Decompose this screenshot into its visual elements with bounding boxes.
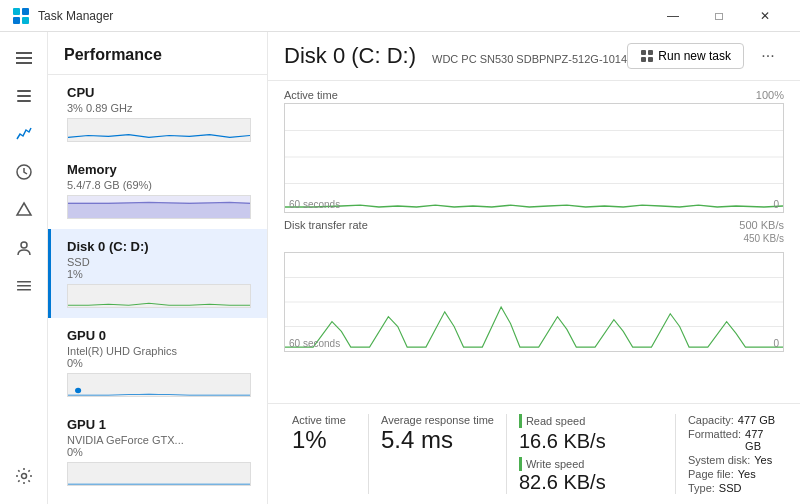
transfer-rate-section: Disk transfer rate 500 KB/s 450 KB/s 60 …: [284, 219, 784, 352]
bottom-stats: Active time 1% Average response time 5.4…: [268, 403, 800, 504]
transfer-rate-chart: 60 seconds 0: [284, 252, 784, 352]
svg-point-13: [21, 474, 26, 479]
nav-settings[interactable]: [6, 458, 42, 494]
window-title: Task Manager: [38, 9, 650, 23]
transfer-time-label: 60 seconds: [289, 338, 340, 349]
gpu0-sub: Intel(R) UHD Graphics0%: [67, 345, 251, 369]
sidebar-item-gpu1[interactable]: GPU 1 NVIDIA GeForce GTX...0%: [48, 407, 267, 496]
write-speed-value: 82.6 KB/s: [519, 471, 663, 494]
write-speed-label: Write speed: [519, 457, 663, 471]
svg-rect-17: [648, 50, 653, 55]
stat-active-time-value: 1%: [292, 426, 356, 454]
sidebar-title: Performance: [48, 32, 267, 75]
svg-rect-5: [17, 95, 31, 97]
nav-users[interactable]: [6, 230, 42, 266]
info-type: Type: SSD: [688, 482, 776, 494]
svg-rect-6: [17, 100, 31, 102]
stat-speeds: Read speed 16.6 KB/s Write speed 82.6 KB…: [511, 410, 671, 498]
memory-graph: [67, 195, 251, 219]
more-options-button[interactable]: ···: [752, 42, 784, 70]
main-header: Disk 0 (C: D:) WDC PC SN530 SDBPNPZ-512G…: [268, 32, 800, 81]
nav-history[interactable]: [6, 154, 42, 190]
svg-rect-1: [22, 8, 29, 15]
slim-nav: [0, 32, 48, 504]
run-task-button[interactable]: Run new task: [627, 43, 744, 69]
svg-rect-14: [68, 202, 250, 218]
close-button[interactable]: ✕: [742, 0, 788, 32]
disk-title: Disk 0 (C: D:): [284, 43, 416, 69]
sidebar-item-memory[interactable]: Memory 5.4/7.8 GB (69%): [48, 152, 267, 229]
stat-avg-response-label: Average response time: [381, 414, 494, 426]
window-controls: — □ ✕: [650, 0, 788, 32]
nav-details[interactable]: [6, 268, 42, 304]
svg-rect-0: [13, 8, 20, 15]
stat-avg-response-value: 5.4 ms: [381, 426, 494, 454]
info-page-file: Page file: Yes: [688, 468, 776, 480]
cpu-graph: [67, 118, 251, 142]
nav-processes[interactable]: [6, 78, 42, 114]
active-time-chart: 60 seconds 0: [284, 103, 784, 213]
maximize-button[interactable]: □: [696, 0, 742, 32]
sidebar: Performance CPU 3% 0.89 GHz Memory 5.4/7…: [48, 32, 268, 504]
gpu1-sub: NVIDIA GeForce GTX...0%: [67, 434, 251, 458]
svg-rect-4: [17, 90, 31, 92]
svg-marker-8: [17, 203, 31, 215]
info-capacity: Capacity: 477 GB: [688, 414, 776, 426]
sidebar-item-gpu0[interactable]: GPU 0 Intel(R) UHD Graphics0%: [48, 318, 267, 407]
app-container: Performance CPU 3% 0.89 GHz Memory 5.4/7…: [0, 32, 800, 504]
gpu0-graph: [67, 373, 251, 397]
transfer-zero: 0: [773, 338, 779, 349]
svg-rect-18: [641, 57, 646, 62]
run-task-label: Run new task: [658, 49, 731, 63]
memory-label: Memory: [67, 162, 251, 177]
svg-rect-3: [22, 17, 29, 24]
nav-performance[interactable]: [6, 116, 42, 152]
disk-sub: SSD1%: [67, 256, 251, 280]
gpu0-label: GPU 0: [67, 328, 251, 343]
active-time-label: Active time: [284, 89, 338, 101]
main-content: Disk 0 (C: D:) WDC PC SN530 SDBPNPZ-512G…: [268, 32, 800, 504]
app-icon: [12, 7, 30, 25]
transfer-rate-label: Disk transfer rate: [284, 219, 368, 231]
sidebar-items-list: CPU 3% 0.89 GHz Memory 5.4/7.8 GB (69%): [48, 75, 267, 504]
svg-rect-16: [641, 50, 646, 55]
info-formatted: Formatted: 477 GB: [688, 428, 776, 452]
stat-active-time-label: Active time: [292, 414, 356, 426]
info-system-disk: System disk: Yes: [688, 454, 776, 466]
svg-rect-10: [17, 281, 31, 283]
disk-model: WDC PC SN530 SDBPNPZ-512G-1014: [432, 53, 627, 65]
chart-area: Active time 100% 60 seconds 0: [268, 81, 800, 403]
read-speed-label: Read speed: [519, 414, 663, 428]
active-time-zero: 0: [773, 199, 779, 210]
stat-avg-response: Average response time 5.4 ms: [373, 410, 502, 498]
svg-rect-19: [648, 57, 653, 62]
run-task-icon: [640, 49, 654, 63]
memory-sub: 5.4/7.8 GB (69%): [67, 179, 251, 191]
minimize-button[interactable]: —: [650, 0, 696, 32]
nav-startup[interactable]: [6, 192, 42, 228]
gpu1-label: GPU 1: [67, 417, 251, 432]
sidebar-item-disk[interactable]: Disk 0 (C: D:) SSD1%: [48, 229, 267, 318]
active-time-section: Active time 100% 60 seconds 0: [284, 89, 784, 213]
svg-rect-12: [17, 289, 31, 291]
disk-graph: [67, 284, 251, 308]
svg-rect-11: [17, 285, 31, 287]
title-bar: Task Manager — □ ✕: [0, 0, 800, 32]
gpu1-graph: [67, 462, 251, 486]
nav-hamburger[interactable]: [6, 40, 42, 76]
cpu-sub: 3% 0.89 GHz: [67, 102, 251, 114]
svg-point-15: [75, 388, 81, 394]
svg-point-9: [21, 242, 27, 248]
svg-rect-2: [13, 17, 20, 24]
transfer-rate-max: 500 KB/s: [739, 219, 784, 231]
disk-label: Disk 0 (C: D:): [67, 239, 251, 254]
sidebar-item-cpu[interactable]: CPU 3% 0.89 GHz: [48, 75, 267, 152]
stat-active-time: Active time 1%: [284, 410, 364, 498]
active-time-max: 100%: [756, 89, 784, 101]
read-speed-value: 16.6 KB/s: [519, 430, 663, 453]
stat-info-block: Capacity: 477 GB Formatted: 477 GB Syste…: [680, 410, 784, 498]
cpu-label: CPU: [67, 85, 251, 100]
active-time-time-label: 60 seconds: [289, 199, 340, 210]
